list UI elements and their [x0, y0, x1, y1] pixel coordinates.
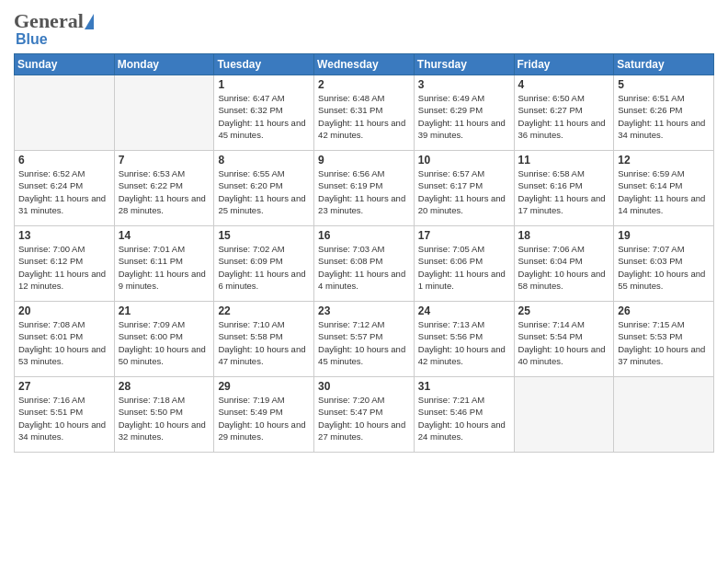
- calendar-cell: 16Sunrise: 7:03 AMSunset: 6:08 PMDayligh…: [314, 226, 415, 302]
- daylight-text: Daylight: 11 hours and 12 minutes.: [18, 269, 106, 291]
- daylight-text: Daylight: 10 hours and 24 minutes.: [418, 419, 506, 442]
- calendar-cell: [114, 75, 214, 151]
- calendar-week-4: 20Sunrise: 7:08 AMSunset: 6:01 PMDayligh…: [15, 302, 714, 377]
- day-info: Sunrise: 7:13 AMSunset: 5:56 PMDaylight:…: [418, 318, 510, 367]
- sunset-text: Sunset: 6:06 PM: [418, 256, 483, 266]
- calendar-cell: 21Sunrise: 7:09 AMSunset: 6:00 PMDayligh…: [114, 302, 214, 377]
- calendar-cell: 20Sunrise: 7:08 AMSunset: 6:01 PMDayligh…: [15, 302, 115, 377]
- sunrise-text: Sunrise: 6:51 AM: [618, 93, 684, 103]
- weekday-header-tuesday: Tuesday: [214, 54, 314, 75]
- sunrise-text: Sunrise: 7:13 AM: [418, 319, 484, 329]
- calendar-cell: 18Sunrise: 7:06 AMSunset: 6:04 PMDayligh…: [514, 226, 614, 302]
- day-number: 16: [318, 229, 410, 242]
- day-info: Sunrise: 7:19 AMSunset: 5:49 PMDaylight:…: [218, 394, 310, 442]
- calendar-cell: 12Sunrise: 6:59 AMSunset: 6:14 PMDayligh…: [614, 151, 714, 226]
- daylight-text: Daylight: 11 hours and 20 minutes.: [418, 193, 506, 215]
- sunrise-text: Sunrise: 7:05 AM: [418, 244, 484, 254]
- logo: General Blue: [14, 9, 94, 48]
- day-info: Sunrise: 7:12 AMSunset: 5:57 PMDaylight:…: [318, 318, 410, 367]
- daylight-text: Daylight: 11 hours and 42 minutes.: [318, 118, 405, 140]
- calendar-week-3: 13Sunrise: 7:00 AMSunset: 6:12 PMDayligh…: [15, 226, 714, 302]
- daylight-text: Daylight: 11 hours and 39 minutes.: [418, 118, 506, 140]
- sunrise-text: Sunrise: 7:20 AM: [318, 395, 384, 405]
- day-info: Sunrise: 7:07 AMSunset: 6:03 PMDaylight:…: [618, 243, 710, 292]
- daylight-text: Daylight: 10 hours and 55 minutes.: [618, 269, 705, 291]
- day-number: 3: [418, 78, 510, 91]
- sunset-text: Sunset: 6:03 PM: [618, 256, 682, 266]
- sunrise-text: Sunrise: 6:49 AM: [418, 93, 484, 103]
- calendar-cell: [15, 75, 115, 151]
- daylight-text: Daylight: 11 hours and 9 minutes.: [119, 269, 206, 291]
- day-number: 2: [318, 78, 410, 91]
- calendar-table: SundayMondayTuesdayWednesdayThursdayFrid…: [14, 53, 714, 453]
- sunrise-text: Sunrise: 6:53 AM: [119, 168, 185, 178]
- day-info: Sunrise: 7:01 AMSunset: 6:11 PMDaylight:…: [119, 243, 210, 292]
- logo-triangle-icon: [85, 14, 94, 29]
- sunrise-text: Sunrise: 7:01 AM: [119, 244, 185, 254]
- daylight-text: Daylight: 10 hours and 37 minutes.: [618, 344, 705, 366]
- daylight-text: Daylight: 11 hours and 25 minutes.: [218, 193, 305, 215]
- daylight-text: Daylight: 11 hours and 31 minutes.: [18, 193, 106, 215]
- day-info: Sunrise: 6:55 AMSunset: 6:20 PMDaylight:…: [218, 167, 310, 216]
- day-number: 1: [218, 78, 310, 91]
- sunrise-text: Sunrise: 6:52 AM: [18, 168, 85, 178]
- daylight-text: Daylight: 11 hours and 6 minutes.: [218, 269, 305, 291]
- day-number: 9: [318, 154, 410, 167]
- sunset-text: Sunset: 6:22 PM: [119, 180, 183, 190]
- day-number: 19: [618, 229, 710, 242]
- day-number: 22: [218, 304, 310, 317]
- weekday-header-sunday: Sunday: [15, 54, 115, 75]
- weekday-header-saturday: Saturday: [614, 54, 714, 75]
- sunrise-text: Sunrise: 6:59 AM: [618, 168, 684, 178]
- day-number: 11: [518, 154, 610, 167]
- sunrise-text: Sunrise: 7:12 AM: [318, 319, 384, 329]
- day-info: Sunrise: 7:10 AMSunset: 5:58 PMDaylight:…: [218, 318, 310, 367]
- day-number: 8: [218, 154, 310, 167]
- sunrise-text: Sunrise: 7:07 AM: [618, 244, 684, 254]
- calendar-cell: 26Sunrise: 7:15 AMSunset: 5:53 PMDayligh…: [614, 302, 714, 377]
- weekday-header-monday: Monday: [114, 54, 214, 75]
- day-info: Sunrise: 7:18 AMSunset: 5:50 PMDaylight:…: [119, 394, 210, 442]
- day-info: Sunrise: 6:49 AMSunset: 6:29 PMDaylight:…: [418, 92, 510, 141]
- day-number: 23: [318, 304, 410, 317]
- sunset-text: Sunset: 6:19 PM: [318, 180, 382, 190]
- sunrise-text: Sunrise: 6:50 AM: [518, 93, 585, 103]
- day-number: 5: [618, 78, 710, 91]
- day-info: Sunrise: 7:00 AMSunset: 6:12 PMDaylight:…: [18, 243, 110, 292]
- sunrise-text: Sunrise: 6:58 AM: [518, 168, 585, 178]
- day-number: 28: [119, 380, 210, 393]
- sunset-text: Sunset: 6:24 PM: [18, 180, 83, 190]
- sunrise-text: Sunrise: 7:02 AM: [218, 244, 284, 254]
- calendar-cell: 25Sunrise: 7:14 AMSunset: 5:54 PMDayligh…: [514, 302, 614, 377]
- daylight-text: Daylight: 10 hours and 42 minutes.: [418, 344, 506, 366]
- day-info: Sunrise: 7:16 AMSunset: 5:51 PMDaylight:…: [18, 394, 110, 442]
- day-info: Sunrise: 7:03 AMSunset: 6:08 PMDaylight:…: [318, 243, 410, 292]
- calendar-cell: 6Sunrise: 6:52 AMSunset: 6:24 PMDaylight…: [15, 151, 115, 226]
- calendar-cell: 9Sunrise: 6:56 AMSunset: 6:19 PMDaylight…: [314, 151, 415, 226]
- day-info: Sunrise: 6:48 AMSunset: 6:31 PMDaylight:…: [318, 92, 410, 141]
- day-number: 27: [18, 380, 110, 393]
- calendar-cell: 13Sunrise: 7:00 AMSunset: 6:12 PMDayligh…: [15, 226, 115, 302]
- day-number: 18: [518, 229, 610, 242]
- calendar-cell: 22Sunrise: 7:10 AMSunset: 5:58 PMDayligh…: [214, 302, 314, 377]
- sunset-text: Sunset: 6:09 PM: [218, 256, 282, 266]
- calendar-cell: 5Sunrise: 6:51 AMSunset: 6:26 PMDaylight…: [614, 75, 714, 151]
- daylight-text: Daylight: 11 hours and 36 minutes.: [518, 118, 606, 140]
- day-number: 24: [418, 304, 510, 317]
- sunrise-text: Sunrise: 6:47 AM: [218, 93, 284, 103]
- sunset-text: Sunset: 6:32 PM: [218, 105, 282, 115]
- calendar-week-1: 1Sunrise: 6:47 AMSunset: 6:32 PMDaylight…: [15, 75, 714, 151]
- daylight-text: Daylight: 10 hours and 27 minutes.: [318, 419, 405, 442]
- daylight-text: Daylight: 11 hours and 23 minutes.: [318, 193, 405, 215]
- daylight-text: Daylight: 10 hours and 53 minutes.: [18, 344, 106, 366]
- sunrise-text: Sunrise: 7:06 AM: [518, 244, 585, 254]
- sunset-text: Sunset: 6:00 PM: [119, 331, 183, 341]
- sunset-text: Sunset: 5:51 PM: [18, 407, 83, 417]
- sunrise-text: Sunrise: 6:55 AM: [218, 168, 284, 178]
- day-info: Sunrise: 7:15 AMSunset: 5:53 PMDaylight:…: [618, 318, 710, 367]
- weekday-header-friday: Friday: [514, 54, 614, 75]
- daylight-text: Daylight: 11 hours and 45 minutes.: [218, 118, 305, 140]
- calendar-cell: 1Sunrise: 6:47 AMSunset: 6:32 PMDaylight…: [214, 75, 314, 151]
- sunrise-text: Sunrise: 7:00 AM: [18, 244, 85, 254]
- daylight-text: Daylight: 10 hours and 34 minutes.: [18, 419, 106, 442]
